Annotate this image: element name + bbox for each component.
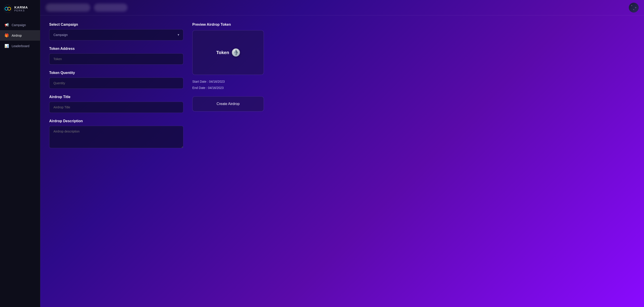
select-campaign-label: Select Campaign	[49, 22, 183, 26]
header-blurred-pill-2	[94, 3, 128, 12]
campaign-select-wrapper: Campaign ▼	[49, 29, 183, 40]
header-blurred-pill-1	[46, 3, 90, 12]
airdrop-description-group: Airdrop Description	[49, 119, 183, 149]
sidebar-item-airdrop[interactable]: 🎁 Airdrop	[0, 30, 40, 41]
token-label-text: Token	[216, 50, 229, 55]
airdrop-title-input[interactable]	[49, 102, 183, 113]
token-display: Token	[216, 48, 240, 56]
logo-icon	[4, 4, 12, 13]
sidebar-item-campaign[interactable]: 📢 Campaign	[0, 20, 40, 30]
start-date: Start Date : 04/16/2023	[192, 78, 264, 85]
airdrop-title-label: Airdrop Title	[49, 95, 183, 99]
preview-header: Preview Airdrop Token Token	[192, 22, 264, 91]
airdrop-title-group: Airdrop Title	[49, 95, 183, 113]
create-airdrop-button[interactable]: Create Airdrop	[192, 96, 264, 111]
preview-title: Preview Airdrop Token	[192, 22, 264, 26]
sidebar-nav: 📢 Campaign 🎁 Airdrop 📊 Leaderboard	[0, 20, 40, 51]
user-avatar[interactable]	[629, 3, 639, 12]
token-address-label: Token Address	[49, 47, 183, 51]
token-preview-card: Token	[192, 30, 264, 75]
token-address-input[interactable]	[49, 53, 183, 65]
main-header	[40, 0, 644, 15]
create-airdrop-label: Create Airdrop	[216, 102, 240, 106]
logo: KARMA PERKS	[0, 0, 40, 17]
content-area: Select Campaign Campaign ▼ Token Address…	[40, 15, 644, 162]
eth-icon	[232, 48, 240, 56]
header-blurred-area	[46, 3, 629, 12]
form-section: Select Campaign Campaign ▼ Token Address…	[49, 22, 183, 155]
token-quantity-input[interactable]	[49, 77, 183, 89]
campaign-icon: 📢	[4, 23, 9, 27]
ethereum-logo	[234, 49, 238, 56]
end-date: End Date : 04/16/2023	[192, 85, 264, 91]
airdrop-icon: 🎁	[4, 33, 9, 37]
avatar-image	[629, 3, 639, 12]
airdrop-description-label: Airdrop Description	[49, 119, 183, 123]
sidebar-item-airdrop-label: Airdrop	[12, 34, 22, 37]
token-quantity-label: Token Quentity	[49, 71, 183, 75]
campaign-select[interactable]: Campaign	[49, 29, 183, 40]
date-info: Start Date : 04/16/2023 End Date : 04/16…	[192, 78, 264, 91]
leaderboard-icon: 📊	[4, 44, 9, 48]
sidebar-item-campaign-label: Campaign	[12, 23, 26, 27]
select-campaign-group: Select Campaign Campaign ▼	[49, 22, 183, 40]
sidebar-item-leaderboard-label: Leaderboard	[12, 44, 29, 48]
token-quantity-group: Token Quentity	[49, 71, 183, 89]
logo-perks: PERKS	[14, 9, 28, 12]
preview-section: Preview Airdrop Token Token	[192, 22, 264, 155]
logo-text: KARMA PERKS	[14, 5, 28, 12]
sidebar-item-leaderboard[interactable]: 📊 Leaderboard	[0, 41, 40, 51]
sidebar: KARMA PERKS 📢 Campaign 🎁 Airdrop 📊 Leade…	[0, 0, 40, 307]
main-content: Select Campaign Campaign ▼ Token Address…	[40, 0, 644, 307]
token-address-group: Token Address	[49, 47, 183, 65]
airdrop-description-input[interactable]	[49, 126, 183, 148]
logo-karma: KARMA	[14, 5, 28, 9]
